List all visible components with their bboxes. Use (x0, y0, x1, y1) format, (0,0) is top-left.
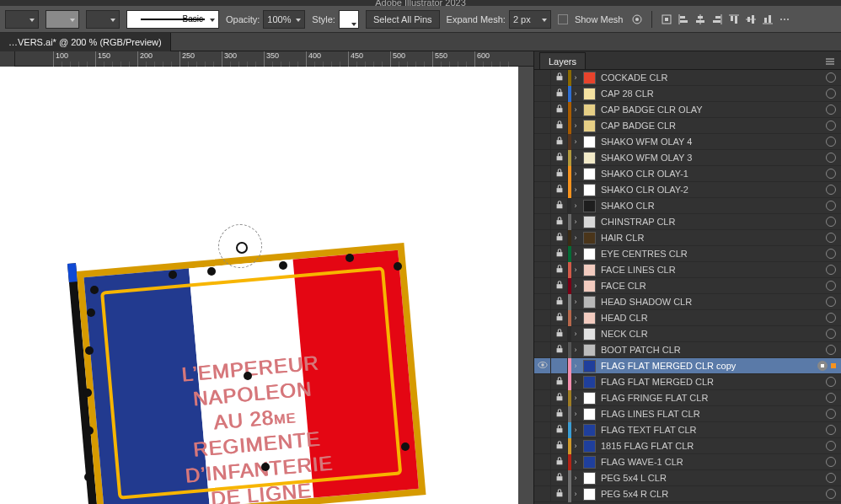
visibility-toggle[interactable] (534, 278, 551, 294)
visibility-toggle[interactable] (534, 310, 551, 326)
visibility-toggle[interactable] (534, 470, 551, 486)
puppet-pin[interactable] (169, 271, 177, 279)
puppet-pin[interactable] (207, 267, 216, 276)
horizontal-ruler[interactable]: 100150200250300350400450500550600 (0, 51, 533, 67)
align-left-icon[interactable] (676, 12, 691, 27)
expand-arrow-icon[interactable]: › (571, 490, 580, 498)
visibility-toggle[interactable] (534, 246, 551, 262)
layer-name[interactable]: 1815 FLAG FLAT CLR (599, 441, 822, 451)
layer-row[interactable]: ›SHAKO CLR (534, 198, 841, 214)
layer-name[interactable]: FLAG WAVE-1 CLR (599, 457, 822, 467)
expand-arrow-icon[interactable]: › (571, 169, 580, 178)
expand-arrow-icon[interactable]: › (571, 185, 580, 194)
target-icon[interactable] (826, 345, 836, 355)
expand-arrow-icon[interactable]: › (571, 73, 580, 82)
lock-toggle[interactable] (551, 214, 568, 230)
graphic-style-dropdown[interactable] (339, 10, 359, 29)
target-icon[interactable] (826, 393, 836, 403)
expand-arrow-icon[interactable]: › (571, 442, 580, 450)
layer-row[interactable]: ›COCKADE CLR (534, 70, 841, 86)
expand-arrow-icon[interactable]: › (571, 410, 580, 418)
visibility-toggle[interactable] (534, 390, 551, 406)
align-bottom-icon[interactable] (760, 12, 775, 27)
lock-toggle[interactable] (551, 470, 568, 486)
puppet-pin[interactable] (279, 261, 287, 270)
visibility-toggle[interactable] (534, 454, 551, 470)
document-tab[interactable]: …VERS.ai* @ 200 % (RGB/Preview) (0, 33, 171, 51)
lock-toggle[interactable] (551, 278, 568, 294)
expand-arrow-icon[interactable]: › (571, 298, 580, 306)
puppet-pin[interactable] (261, 463, 270, 471)
visibility-toggle[interactable] (534, 134, 551, 150)
layer-row[interactable]: ›FLAG LINES FLAT CLR (534, 406, 841, 422)
layer-row[interactable]: ›CAP 28 CLR (534, 86, 841, 102)
layer-name[interactable]: SHAKO CLR (599, 201, 822, 211)
layer-name[interactable]: COCKADE CLR (599, 72, 822, 83)
expand-arrow-icon[interactable]: › (571, 474, 580, 482)
visibility-toggle[interactable] (534, 406, 551, 422)
visibility-toggle[interactable] (534, 326, 551, 342)
expand-arrow-icon[interactable]: › (571, 233, 580, 242)
layer-name[interactable]: SHAKO WFM OLAY 4 (599, 137, 822, 147)
puppet-pin[interactable] (84, 473, 93, 481)
target-icon[interactable] (826, 441, 836, 451)
expand-arrow-icon[interactable]: › (571, 201, 580, 210)
target-icon[interactable] (826, 473, 836, 483)
expand-arrow-icon[interactable]: › (571, 362, 580, 370)
layer-name[interactable]: BOOT PATCH CLR (599, 345, 822, 355)
layer-name[interactable]: FLAG TEXT FLAT CLR (599, 425, 822, 435)
target-icon[interactable] (817, 361, 828, 371)
target-icon[interactable] (826, 105, 836, 115)
lock-toggle[interactable] (551, 342, 568, 358)
layer-name[interactable]: HEAD SHADOW CLR (599, 297, 822, 307)
puppet-overlap-icon[interactable] (629, 12, 645, 27)
stroke-style-dropdown[interactable]: Basic (126, 10, 219, 29)
opacity-field[interactable]: 100% (263, 10, 305, 29)
visibility-toggle[interactable] (534, 262, 551, 278)
flag-artwork[interactable]: L’EMPEREUR NAPOLEON AU 28ME REGIMENTE D’… (67, 233, 449, 504)
layer-row[interactable]: ›SHAKO WFM OLAY 3 (534, 150, 841, 166)
expand-arrow-icon[interactable]: › (571, 281, 580, 290)
target-icon[interactable] (826, 265, 836, 275)
layer-row[interactable]: ›HAIR CLR (534, 230, 841, 246)
visibility-toggle[interactable] (534, 118, 551, 134)
align-top-icon[interactable] (726, 12, 742, 27)
expand-arrow-icon[interactable]: › (571, 153, 580, 162)
target-icon[interactable] (826, 72, 836, 83)
layer-row[interactable]: ›CAP BADGE CLR (534, 118, 841, 134)
layer-row[interactable]: ›FACE LINES CLR (534, 262, 841, 278)
align-vcenter-icon[interactable] (743, 12, 758, 27)
expand-arrow-icon[interactable]: › (571, 426, 580, 434)
align-to-icon[interactable] (659, 12, 674, 27)
expand-arrow-icon[interactable]: › (571, 217, 580, 226)
expand-arrow-icon[interactable]: › (571, 265, 580, 274)
expand-arrow-icon[interactable]: › (571, 394, 580, 402)
lock-toggle[interactable] (551, 262, 568, 278)
expand-arrow-icon[interactable]: › (571, 330, 580, 338)
expand-mesh-field[interactable]: 2 px (509, 10, 551, 29)
canvas[interactable]: 100150200250300350400450500550600 L’EMPE… (0, 51, 533, 504)
lock-toggle[interactable] (551, 422, 568, 438)
expand-arrow-icon[interactable]: › (571, 458, 580, 466)
lock-toggle[interactable] (551, 486, 568, 502)
layer-row[interactable]: ›1815 FLAG FLAT CLR (534, 438, 841, 454)
layer-name[interactable]: CAP BADGE CLR (599, 121, 822, 131)
target-icon[interactable] (826, 137, 836, 147)
lock-toggle[interactable] (551, 358, 568, 374)
lock-toggle[interactable] (551, 390, 568, 406)
layer-name[interactable]: SHAKO CLR OLAY-1 (599, 169, 822, 179)
lock-toggle[interactable] (551, 166, 568, 182)
layer-row[interactable]: ›CAP BADGE CLR OLAY (534, 102, 841, 118)
lock-toggle[interactable] (551, 102, 568, 118)
lock-toggle[interactable] (551, 198, 568, 214)
layer-row[interactable]: ›FLAG FRINGE FLAT CLR (534, 390, 841, 406)
lock-toggle[interactable] (551, 70, 568, 86)
layer-name[interactable]: EYE CENTRES CLR (599, 249, 822, 259)
target-icon[interactable] (826, 425, 836, 435)
expand-arrow-icon[interactable]: › (571, 89, 580, 98)
layer-name[interactable]: SHAKO WFM OLAY 3 (599, 153, 822, 163)
layer-row[interactable]: ›PEG 5x4 R CLR (534, 486, 841, 502)
lock-toggle[interactable] (551, 134, 568, 150)
layer-row[interactable]: ›FACE CLR (534, 278, 841, 294)
visibility-toggle[interactable] (534, 166, 551, 182)
